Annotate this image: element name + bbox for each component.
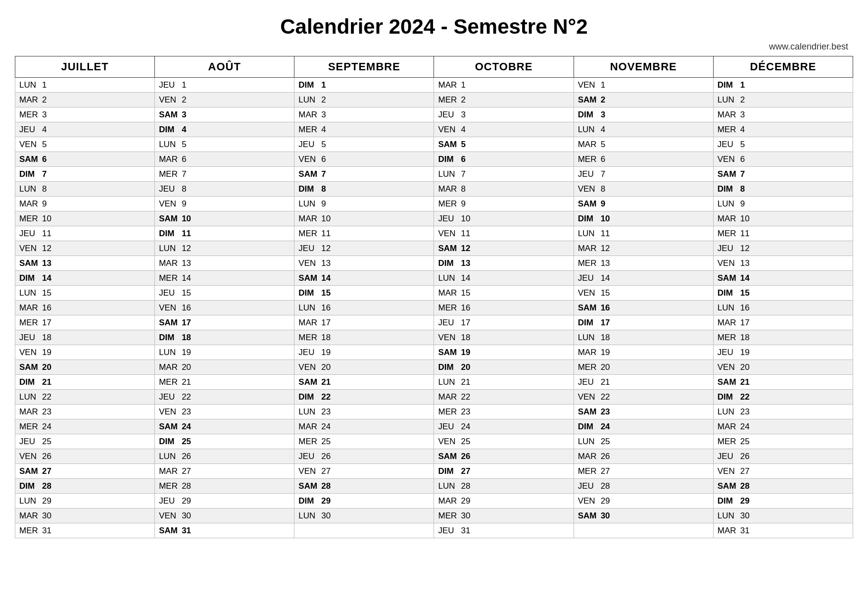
calendar-cell: DIM13: [434, 256, 574, 271]
day-number: 21: [42, 377, 51, 387]
day-number: 29: [182, 496, 191, 506]
day-name: DIM: [438, 466, 458, 476]
day-name: MAR: [159, 466, 179, 476]
day-name: MAR: [438, 288, 458, 298]
calendar-cell: SAM12: [434, 241, 574, 256]
day-name: MAR: [298, 422, 318, 432]
day-number: 3: [42, 110, 47, 120]
day-number: 26: [42, 452, 51, 461]
day-name: MER: [438, 303, 458, 313]
day-name: JEU: [438, 214, 458, 224]
calendar-cell: SAM20: [15, 360, 155, 375]
calendar-cell: JEU22: [155, 390, 294, 405]
day-name: MAR: [298, 318, 318, 328]
calendar-cell: JEU18: [15, 330, 155, 345]
day-number: 13: [182, 258, 191, 268]
day-name: LUN: [159, 452, 179, 461]
calendar-cell: SAM24: [155, 419, 294, 434]
calendar-cell: JEU5: [294, 137, 434, 152]
day-number: 3: [740, 110, 745, 120]
day-number: 10: [601, 214, 610, 224]
day-number: 28: [740, 481, 750, 491]
day-number: 28: [461, 481, 470, 491]
day-name: LUN: [159, 348, 179, 358]
day-number: 16: [601, 303, 610, 313]
day-number: 6: [461, 154, 465, 164]
day-name: VEN: [718, 154, 737, 164]
day-name: LUN: [718, 303, 737, 313]
month-header: AOÛT: [155, 56, 294, 78]
day-name: MER: [578, 258, 598, 268]
day-number: 21: [601, 377, 610, 387]
day-number: 18: [601, 333, 610, 343]
day-name: SAM: [438, 140, 458, 150]
day-number: 15: [321, 288, 331, 298]
calendar-cell: LUN18: [574, 330, 713, 345]
calendar-cell: MER25: [713, 434, 853, 449]
calendar-cell: VEN6: [713, 152, 853, 167]
day-number: 6: [321, 154, 326, 164]
day-name: JEU: [718, 348, 737, 358]
day-number: 30: [461, 511, 470, 521]
calendar-cell: LUN12: [155, 241, 294, 256]
day-name: LUN: [718, 95, 737, 105]
day-number: 13: [601, 258, 610, 268]
day-number: 12: [461, 244, 470, 254]
calendar-cell: SAM13: [15, 256, 155, 271]
day-number: 24: [740, 422, 750, 432]
day-name: MAR: [578, 348, 598, 358]
calendar-cell: DIM1: [294, 78, 434, 93]
calendar-cell: LUN19: [155, 345, 294, 360]
day-name: DIM: [438, 154, 458, 164]
calendar-cell: DIM14: [15, 271, 155, 286]
day-number: 30: [42, 511, 51, 521]
calendar-cell: LUN2: [713, 93, 853, 107]
calendar-cell: SAM3: [155, 107, 294, 122]
day-name: MAR: [298, 214, 318, 224]
day-number: 7: [601, 169, 605, 179]
calendar-cell: DIM15: [713, 286, 853, 301]
day-name: VEN: [578, 392, 598, 402]
day-number: 27: [182, 466, 191, 476]
day-name: VEN: [298, 154, 318, 164]
day-name: LUN: [718, 511, 737, 521]
day-name: MER: [159, 481, 179, 491]
day-number: 12: [42, 244, 51, 254]
calendar-cell: JEU5: [713, 137, 853, 152]
day-name: MER: [298, 125, 318, 135]
day-name: SAM: [578, 95, 598, 105]
day-name: JEU: [578, 377, 598, 387]
day-number: 5: [182, 140, 186, 150]
day-number: 8: [601, 184, 605, 194]
day-number: 7: [42, 169, 47, 179]
day-number: 4: [740, 125, 745, 135]
day-number: 27: [461, 466, 470, 476]
day-number: 10: [740, 214, 750, 224]
day-number: 31: [42, 526, 51, 536]
day-number: 2: [182, 95, 186, 105]
calendar-cell: DIM27: [434, 464, 574, 479]
day-name: VEN: [578, 288, 598, 298]
day-name: SAM: [298, 377, 318, 387]
calendar-cell: SAM30: [574, 509, 713, 523]
day-number: 31: [461, 526, 470, 536]
day-name: LUN: [718, 199, 737, 209]
day-number: 21: [740, 377, 750, 387]
calendar-cell: SAM17: [155, 315, 294, 330]
day-number: 28: [601, 481, 610, 491]
day-number: 24: [321, 422, 331, 432]
day-number: 12: [601, 244, 610, 254]
calendar-cell: [294, 523, 434, 538]
day-number: 18: [42, 333, 51, 343]
day-number: 3: [182, 110, 186, 120]
calendar-cell: MER17: [15, 315, 155, 330]
calendar-cell: JEU1: [155, 78, 294, 93]
calendar-cell: DIM22: [294, 390, 434, 405]
calendar-cell: MER27: [574, 464, 713, 479]
calendar-cell: MAR16: [15, 301, 155, 315]
day-name: MAR: [718, 214, 737, 224]
calendar-cell: VEN8: [574, 182, 713, 197]
day-name: DIM: [298, 184, 318, 194]
day-number: 25: [321, 437, 331, 447]
day-number: 6: [601, 154, 605, 164]
